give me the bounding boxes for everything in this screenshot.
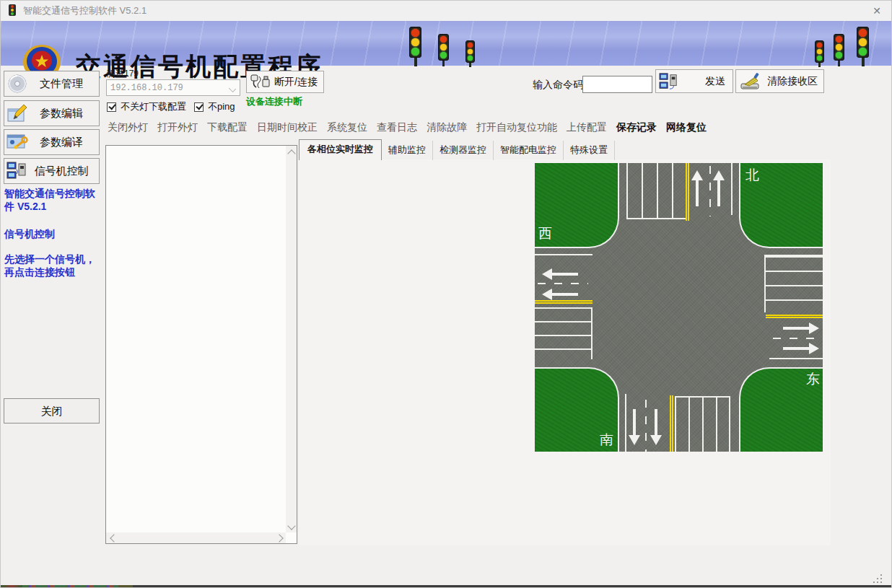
tab-power-monitor[interactable]: 智能配电监控 [494,141,564,160]
sidebar-button-param-edit[interactable]: 参数编辑 [4,100,100,126]
arrow-down-icon [650,409,662,445]
checkbox-checked-icon [194,102,204,112]
menu-item[interactable]: 打开外灯 [157,121,198,134]
crosswalk-east [764,255,823,312]
connection-status: 设备连接中断 [246,95,302,108]
signal-control-icon [6,161,28,181]
send-button[interactable]: 发送 [655,69,733,93]
receive-log-listbox[interactable] [105,145,297,544]
traffic-light-icon [834,34,844,66]
compass-west-label: 西 [538,224,552,243]
header-banner: 交通信号机配置程序 [1,21,892,66]
yellow-line-south [670,395,673,452]
sidebar-button-signal-control[interactable]: 信号机控制 [4,158,100,184]
sidebar-button-label: 参数编辑 [28,107,99,120]
arrow-left-icon [542,268,578,280]
app-window: 智能交通信号控制软件 V5.2.1 ✕ 交通信号机配置程序 [0,0,892,588]
menu-item[interactable]: 查看日志 [377,121,417,134]
close-button[interactable]: 关闭 [4,398,100,424]
arrow-up-icon [691,170,703,206]
connector-plug-icon [250,74,271,91]
arrow-down-icon [629,409,640,445]
sidebar-button-label: 参数编译 [28,136,99,149]
window-title: 智能交通信号控制软件 V5.2.1 [23,4,147,17]
menu-item[interactable]: 系统复位 [327,121,367,134]
arrow-right-icon [783,343,819,354]
clear-receive-button[interactable]: 清除接收区 [735,69,824,93]
intersection-map: 北 西 东 南 [535,163,823,452]
traffic-light-icon [409,27,421,66]
resize-grip[interactable] [869,573,882,583]
chevron-down-icon [227,80,240,95]
connect-button[interactable]: 断开/连接 [246,71,324,93]
menu-item[interactable]: 网络复位 [666,121,707,134]
sidebar-info-version: 智能交通信号控制软件 V5.2.1 [4,187,101,213]
send-computers-icon [659,72,679,91]
arrow-right-icon [783,322,819,334]
lane-line-north [731,163,733,215]
monitor-tabbar: 各相位实时监控 辅助监控 检测器监控 智能配电监控 特殊设置 [299,143,615,160]
chevron-up-icon [288,149,294,155]
tab-phase-realtime-monitor[interactable]: 各相位实时监控 [299,139,382,160]
lane-dash-south [645,400,647,452]
ip-select[interactable]: 192.168.10.179 [106,79,240,96]
compass-north-label: 北 [745,166,759,185]
edit-pencil-icon [6,103,28,123]
crosswalk-south [675,396,730,452]
traffic-light-icon [815,40,824,67]
tab-aux-monitor[interactable]: 辅助监控 [382,141,433,160]
menu-item[interactable]: 日期时间校正 [257,121,318,134]
arrow-up-icon [713,170,725,206]
compass-south-label: 南 [600,431,613,449]
chevron-down-icon [288,523,294,530]
broom-icon [739,71,762,91]
traffic-light-icon [857,27,869,66]
lane-dash-north [709,166,711,216]
action-menu: 关闭外灯 打开外灯 下载配置 日期时间校正 系统复位 查看日志 清除故障 打开自… [108,121,829,134]
yellow-line-west [535,300,593,304]
sidebar-info-mode: 信号机控制 [4,227,101,240]
tab-detector-monitor[interactable]: 检测器监控 [433,141,494,160]
traffic-light-icon [438,34,449,66]
sidebar-button-label: 信号机控制 [28,164,99,178]
lane-line-south [625,394,626,452]
chevron-left-icon [109,535,115,541]
compass-east-label: 东 [806,370,820,389]
lane-dash-west [538,283,588,284]
crosswalk-north [626,163,686,219]
bottom-edge-strip [1,585,892,588]
menu-item[interactable]: 下载配置 [207,121,248,134]
menu-item[interactable]: 关闭外灯 [108,121,148,134]
chevron-right-icon [276,535,283,541]
menu-item[interactable]: 打开自动复位功能 [476,121,557,134]
traffic-light-icon [465,40,475,67]
device-name-label: 测试179 [107,68,139,80]
command-label: 输入命令码 [533,79,583,92]
menu-item[interactable]: 保存记录 [616,121,657,134]
crosswalk-west [535,307,593,359]
lane-dash-east [773,338,823,339]
menu-item[interactable]: 上传配置 [567,121,607,134]
yellow-line-east [766,315,823,318]
yellow-line-north [686,163,689,221]
checkbox-checked-icon [107,102,116,112]
sidebar-info-hint: 先选择一个信号机，再点击连接按钮 [4,253,101,278]
tab-special-settings[interactable]: 特殊设置 [564,141,615,160]
sidebar-button-file-manage[interactable]: 文件管理 [4,71,100,97]
no-light-off-checkbox[interactable]: 不关灯下载配置 [107,100,186,113]
command-input[interactable] [582,76,652,93]
no-ping-checkbox[interactable]: 不ping [194,100,235,113]
lane-line-east [769,358,823,359]
sidebar-button-param-compile[interactable]: 参数编译 [4,129,100,155]
compile-wrench-icon [6,132,28,152]
sidebar-button-label: 文件管理 [28,77,99,91]
menu-item[interactable]: 清除故障 [427,121,467,134]
lane-line-west [535,254,593,255]
horizontal-scrollbar[interactable] [106,532,286,543]
arrow-left-icon [542,289,578,300]
ip-value: 192.168.10.179 [107,83,227,93]
vertical-scrollbar[interactable] [286,146,297,532]
close-icon[interactable]: ✕ [870,4,884,18]
title-bar: 智能交通信号控制软件 V5.2.1 ✕ [1,1,892,21]
cd-icon [6,74,28,94]
